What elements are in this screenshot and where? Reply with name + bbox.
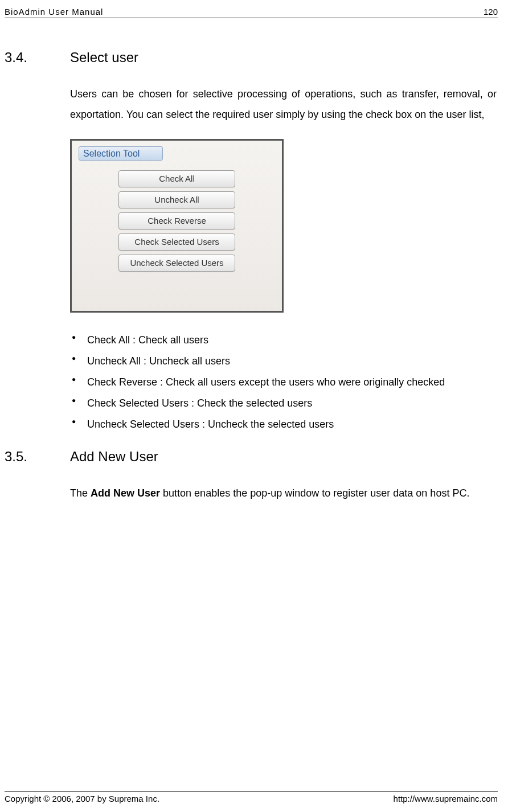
section-title: Select user [70, 50, 138, 65]
bullet-list-3-4: Check All : Check all users Uncheck All … [70, 330, 497, 434]
header-title: BioAdmin User Manual [5, 7, 103, 17]
section-title: Add New User [70, 449, 158, 465]
section-body-3-4: Users can be chosen for selective proces… [5, 84, 498, 434]
check-selected-users-button[interactable]: Check Selected Users [118, 233, 235, 251]
section-para: Users can be chosen for selective proces… [70, 84, 497, 125]
page-header: BioAdmin User Manual 120 [5, 7, 498, 18]
section-body-3-5: The Add New User button enables the pop-… [5, 483, 498, 503]
uncheck-selected-users-button[interactable]: Uncheck Selected Users [118, 255, 235, 272]
selection-tool-panel: Selection Tool Check All Uncheck All Che… [70, 139, 284, 313]
para-text-bold: Add New User [91, 487, 160, 499]
list-item: Check Reverse : Check all users except t… [87, 372, 497, 392]
check-all-button[interactable]: Check All [118, 170, 235, 187]
section-head-3-4: 3.4. Select user [5, 50, 498, 65]
footer-copyright: Copyright © 2006, 2007 by Suprema Inc. [5, 794, 159, 803]
list-item: Check Selected Users : Check the selecte… [87, 393, 497, 413]
page-footer: Copyright © 2006, 2007 by Suprema Inc. h… [5, 792, 498, 803]
footer-url: http://www.supremainc.com [394, 794, 498, 803]
section-head-3-5: 3.5. Add New User [5, 449, 498, 465]
list-item: Uncheck Selected Users : Uncheck the sel… [87, 414, 497, 434]
page-content: 3.4. Select user Users can be chosen for… [5, 50, 498, 503]
para-text-pre: The [70, 487, 91, 499]
list-item: Check All : Check all users [87, 330, 497, 350]
para-text-post: button enables the pop-up window to regi… [160, 487, 469, 499]
section-number: 3.4. [5, 50, 70, 65]
list-item: Uncheck All : Uncheck all users [87, 351, 497, 371]
section-para: The Add New User button enables the pop-… [70, 483, 497, 503]
section-number: 3.5. [5, 449, 70, 465]
selection-tool-title: Selection Tool [79, 146, 163, 161]
page-number: 120 [484, 7, 498, 17]
check-reverse-button[interactable]: Check Reverse [118, 212, 235, 229]
uncheck-all-button[interactable]: Uncheck All [118, 191, 235, 208]
